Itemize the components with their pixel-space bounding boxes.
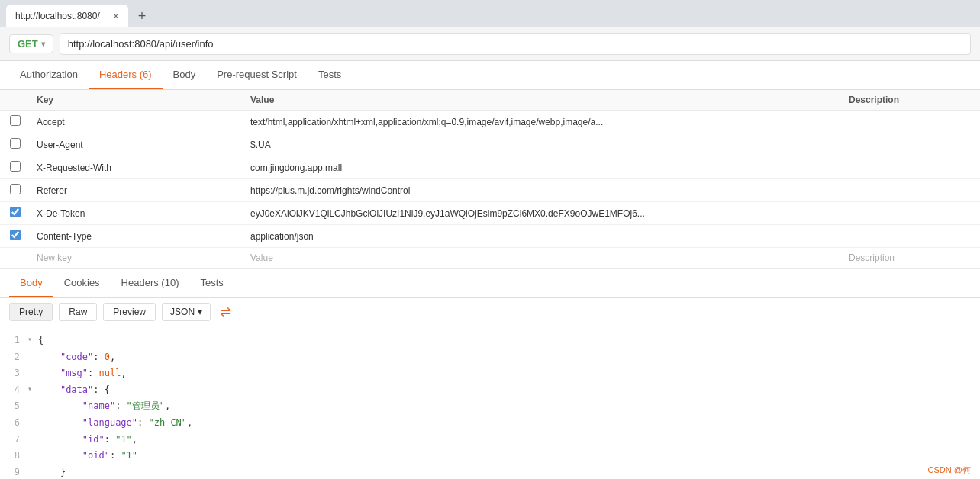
code-line: 4 ▾ "data": { xyxy=(0,382,980,399)
code-line: 7 "id": "1", xyxy=(0,432,980,448)
code-content: } xyxy=(38,465,980,479)
key-cell-4: X-De-Token xyxy=(37,208,85,219)
method-label: GET xyxy=(18,38,38,50)
tab-tests-response[interactable]: Tests xyxy=(189,269,234,297)
code-line: 1 ▾ { xyxy=(0,333,980,349)
code-content: { xyxy=(38,333,980,349)
new-value-placeholder[interactable]: Value xyxy=(250,252,273,263)
code-line: 8 "oid": "1" xyxy=(0,448,980,465)
new-key-placeholder[interactable]: New key xyxy=(37,252,72,263)
line-number: 8 xyxy=(0,448,27,465)
method-chevron-icon: ▾ xyxy=(41,40,45,48)
raw-button[interactable]: Raw xyxy=(59,303,97,321)
tab-authorization[interactable]: Authorization xyxy=(9,61,89,89)
browser-tabs: http://localhost:8080/ × + xyxy=(0,0,980,27)
col-description: Description xyxy=(843,90,980,111)
line-number: 4 xyxy=(0,382,27,399)
val-cell-0: text/html,application/xhtml+xml,applicat… xyxy=(250,117,603,127)
new-desc-placeholder[interactable]: Description xyxy=(849,252,895,263)
format-label: JSON xyxy=(170,307,195,317)
table-row: X-De-Token eyJ0eXAiOiJKV1QiLCJhbGciOiJIU… xyxy=(0,202,980,225)
line-number: 2 xyxy=(0,349,27,366)
line-number: 5 xyxy=(0,398,27,415)
code-content: "code": 0, xyxy=(38,349,980,366)
preview-button[interactable]: Preview xyxy=(103,303,156,321)
response-toolbar: Pretty Raw Preview JSON ▾ ⇌ xyxy=(0,298,980,326)
line-number: 6 xyxy=(0,415,27,432)
key-cell-3: Referer xyxy=(37,185,67,196)
col-checkbox xyxy=(0,90,31,111)
key-cell-1: User-Agent xyxy=(37,140,83,150)
browser-tab[interactable]: http://localhost:8080/ × xyxy=(6,5,128,27)
tab-headers-response[interactable]: Headers (10) xyxy=(111,269,190,297)
tab-title: http://localhost:8080/ xyxy=(15,11,107,21)
tab-tests-request[interactable]: Tests xyxy=(308,61,352,89)
code-content: "oid": "1" xyxy=(38,448,980,465)
key-cell-5: Content-Type xyxy=(37,231,92,242)
fold-icon[interactable]: ▾ xyxy=(27,333,38,346)
headers-section: Key Value Description Accept text/html,a… xyxy=(0,90,980,268)
code-line: 2 "code": 0, xyxy=(0,349,980,366)
line-number: 3 xyxy=(0,365,27,382)
key-cell-0: Accept xyxy=(37,117,65,127)
table-row: User-Agent $.UA xyxy=(0,133,980,156)
footer-watermark: CSDN @何 xyxy=(928,465,971,476)
table-row: X-Requested-With com.jingdong.app.mall xyxy=(0,156,980,179)
line-number: 9 xyxy=(0,465,27,479)
method-selector[interactable]: GET ▾ xyxy=(9,34,53,53)
code-line: 3 "msg": null, xyxy=(0,365,980,382)
url-input[interactable] xyxy=(60,33,971,55)
code-content: "name": "管理员", xyxy=(38,398,980,415)
url-bar: GET ▾ xyxy=(0,27,980,61)
table-row: Referer https://plus.m.jd.com/rights/win… xyxy=(0,179,980,202)
fold-icon[interactable]: ▾ xyxy=(27,382,38,396)
line-number: 7 xyxy=(0,432,27,448)
tab-body-request[interactable]: Body xyxy=(163,61,207,89)
code-content: "msg": null, xyxy=(38,365,980,382)
code-line: 6 "language": "zh-CN", xyxy=(0,415,980,432)
code-line: 9 } xyxy=(0,465,980,479)
new-header-row: New key Value Description xyxy=(0,248,980,268)
request-tabs: Authorization Headers (6) Body Pre-reque… xyxy=(0,61,980,90)
row-checkbox-1[interactable] xyxy=(10,138,21,149)
new-tab-button[interactable]: + xyxy=(131,5,153,27)
key-cell-2: X-Requested-With xyxy=(37,162,111,173)
row-checkbox-0[interactable] xyxy=(10,115,21,126)
val-cell-2: com.jingdong.app.mall xyxy=(250,162,342,173)
val-cell-5: application/json xyxy=(250,231,314,242)
col-key: Key xyxy=(31,90,244,111)
tab-pre-request[interactable]: Pre-request Script xyxy=(206,61,308,89)
col-value: Value xyxy=(244,90,843,111)
code-line: 5 "name": "管理员", xyxy=(0,398,980,415)
val-cell-1: $.UA xyxy=(250,140,271,150)
row-checkbox-2[interactable] xyxy=(10,161,21,172)
code-content: "language": "zh-CN", xyxy=(38,415,980,432)
code-area: 1 ▾ { 2 "code": 0, 3 "msg": null, 4 ▾ "d… xyxy=(0,326,980,479)
format-chevron-icon: ▾ xyxy=(198,307,202,317)
table-row: Accept text/html,application/xhtml+xml,a… xyxy=(0,111,980,133)
row-checkbox-3[interactable] xyxy=(10,184,21,194)
format-selector[interactable]: JSON ▾ xyxy=(162,303,211,321)
row-checkbox-4[interactable] xyxy=(10,207,21,217)
table-row: Content-Type application/json xyxy=(0,225,980,248)
close-tab-icon[interactable]: × xyxy=(113,10,119,22)
row-checkbox-5[interactable] xyxy=(10,230,21,240)
tab-headers[interactable]: Headers (6) xyxy=(89,61,163,89)
headers-table: Key Value Description Accept text/html,a… xyxy=(0,90,980,268)
tab-body-response[interactable]: Body xyxy=(9,269,53,297)
val-cell-3: https://plus.m.jd.com/rights/windControl xyxy=(250,185,410,196)
line-number: 1 xyxy=(0,333,27,349)
code-content: "data": { xyxy=(38,382,980,399)
val-cell-4: eyJ0eXAiOiJKV1QiLCJhbGciOiJIUzI1NiJ9.eyJ… xyxy=(250,208,645,219)
response-tabs: Body Cookies Headers (10) Tests xyxy=(0,269,980,298)
tab-cookies-response[interactable]: Cookies xyxy=(53,269,111,297)
wrap-icon[interactable]: ⇌ xyxy=(220,304,231,320)
code-content: "id": "1", xyxy=(38,432,980,448)
pretty-button[interactable]: Pretty xyxy=(9,303,53,321)
